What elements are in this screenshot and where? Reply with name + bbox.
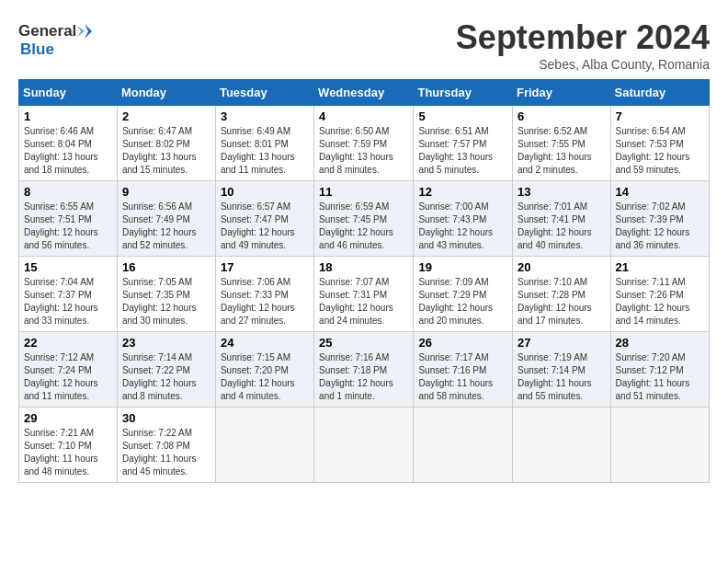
sunset-text: Sunset: 7:53 PM <box>616 139 684 149</box>
day-number: 23 <box>122 336 210 350</box>
table-row: 27 Sunrise: 7:19 AM Sunset: 7:14 PM Dayl… <box>513 332 611 408</box>
calendar-week-row: 1 Sunrise: 6:46 AM Sunset: 8:04 PM Dayli… <box>19 106 710 181</box>
sunset-text: Sunset: 7:37 PM <box>24 290 92 300</box>
col-friday: Friday <box>513 80 611 106</box>
table-row <box>610 408 709 483</box>
day-number: 22 <box>24 336 112 350</box>
day-number: 28 <box>616 336 704 350</box>
sunset-text: Sunset: 7:12 PM <box>616 365 684 375</box>
table-row: 4 Sunrise: 6:50 AM Sunset: 7:59 PM Dayli… <box>314 106 414 181</box>
sunset-text: Sunset: 7:20 PM <box>221 365 289 375</box>
day-number: 19 <box>418 260 507 274</box>
col-wednesday: Wednesday <box>314 80 414 106</box>
logo-icon <box>72 22 92 42</box>
table-row: 7 Sunrise: 6:54 AM Sunset: 7:53 PM Dayli… <box>610 106 709 181</box>
table-row <box>215 408 313 483</box>
day-info: Sunrise: 7:10 AM Sunset: 7:28 PM Dayligh… <box>518 276 606 327</box>
sunset-text: Sunset: 7:39 PM <box>616 214 684 224</box>
day-number: 8 <box>24 185 112 199</box>
daylight-text: Daylight: 13 hours and 11 minutes. <box>221 152 295 175</box>
table-row: 21 Sunrise: 7:11 AM Sunset: 7:26 PM Dayl… <box>610 257 709 332</box>
day-info: Sunrise: 6:49 AM Sunset: 8:01 PM Dayligh… <box>221 125 309 177</box>
col-tuesday: Tuesday <box>215 80 313 106</box>
sunset-text: Sunset: 7:31 PM <box>319 290 387 300</box>
sunset-text: Sunset: 7:10 PM <box>24 441 92 451</box>
table-row: 13 Sunrise: 7:01 AM Sunset: 7:41 PM Dayl… <box>513 181 611 257</box>
sunset-text: Sunset: 7:16 PM <box>418 365 486 375</box>
day-number: 14 <box>616 185 704 199</box>
sunset-text: Sunset: 7:47 PM <box>221 214 289 224</box>
sunrise-text: Sunrise: 7:16 AM <box>319 352 389 362</box>
day-number: 13 <box>518 185 606 199</box>
sunset-text: Sunset: 7:45 PM <box>319 214 387 224</box>
calendar-subtitle: Sebes, Alba County, Romania <box>456 57 710 72</box>
sunrise-text: Sunrise: 7:22 AM <box>122 428 192 438</box>
sunset-text: Sunset: 7:29 PM <box>418 290 486 300</box>
sunrise-text: Sunrise: 7:05 AM <box>122 277 192 287</box>
table-row: 26 Sunrise: 7:17 AM Sunset: 7:16 PM Dayl… <box>414 332 513 408</box>
calendar-week-row: 8 Sunrise: 6:55 AM Sunset: 7:51 PM Dayli… <box>19 181 710 257</box>
day-number: 11 <box>319 185 408 199</box>
day-info: Sunrise: 6:52 AM Sunset: 7:55 PM Dayligh… <box>518 125 606 177</box>
day-info: Sunrise: 7:22 AM Sunset: 7:08 PM Dayligh… <box>122 427 210 478</box>
table-row: 15 Sunrise: 7:04 AM Sunset: 7:37 PM Dayl… <box>19 257 118 332</box>
daylight-text: Daylight: 12 hours and 20 minutes. <box>418 303 493 326</box>
daylight-text: Daylight: 11 hours and 45 minutes. <box>122 454 197 477</box>
table-row <box>314 408 414 483</box>
table-row: 12 Sunrise: 7:00 AM Sunset: 7:43 PM Dayl… <box>414 181 513 257</box>
day-info: Sunrise: 7:19 AM Sunset: 7:14 PM Dayligh… <box>518 351 606 403</box>
sunrise-text: Sunrise: 6:54 AM <box>616 126 686 136</box>
day-info: Sunrise: 6:57 AM Sunset: 7:47 PM Dayligh… <box>221 201 309 252</box>
sunrise-text: Sunrise: 6:51 AM <box>418 126 488 136</box>
day-number: 30 <box>122 411 210 425</box>
day-number: 6 <box>518 109 606 123</box>
sunrise-text: Sunrise: 6:59 AM <box>319 201 389 212</box>
sunrise-text: Sunrise: 6:52 AM <box>518 126 587 136</box>
calendar-week-row: 29 Sunrise: 7:21 AM Sunset: 7:10 PM Dayl… <box>19 408 710 483</box>
sunrise-text: Sunrise: 7:06 AM <box>221 277 290 287</box>
table-row <box>414 408 513 483</box>
daylight-text: Daylight: 12 hours and 1 minute. <box>319 378 393 401</box>
day-info: Sunrise: 7:21 AM Sunset: 7:10 PM Dayligh… <box>24 427 112 478</box>
day-info: Sunrise: 7:00 AM Sunset: 7:43 PM Dayligh… <box>418 201 507 252</box>
day-info: Sunrise: 6:56 AM Sunset: 7:49 PM Dayligh… <box>122 201 210 252</box>
sunset-text: Sunset: 7:49 PM <box>122 214 190 224</box>
day-number: 4 <box>319 109 408 123</box>
day-number: 9 <box>122 185 210 199</box>
table-row: 1 Sunrise: 6:46 AM Sunset: 8:04 PM Dayli… <box>19 106 118 181</box>
table-row: 25 Sunrise: 7:16 AM Sunset: 7:18 PM Dayl… <box>314 332 414 408</box>
daylight-text: Daylight: 12 hours and 27 minutes. <box>221 303 295 326</box>
logo: General Blue <box>18 22 70 55</box>
sunrise-text: Sunrise: 7:20 AM <box>616 352 686 362</box>
daylight-text: Daylight: 12 hours and 59 minutes. <box>616 152 690 175</box>
sunrise-text: Sunrise: 6:55 AM <box>24 201 94 212</box>
day-info: Sunrise: 7:04 AM Sunset: 7:37 PM Dayligh… <box>24 276 112 327</box>
day-info: Sunrise: 7:14 AM Sunset: 7:22 PM Dayligh… <box>122 351 210 403</box>
daylight-text: Daylight: 12 hours and 24 minutes. <box>319 303 393 326</box>
day-info: Sunrise: 7:02 AM Sunset: 7:39 PM Dayligh… <box>616 201 704 252</box>
day-info: Sunrise: 7:11 AM Sunset: 7:26 PM Dayligh… <box>616 276 704 327</box>
sunset-text: Sunset: 7:08 PM <box>122 441 190 451</box>
sunrise-text: Sunrise: 7:14 AM <box>122 352 192 362</box>
day-number: 24 <box>221 336 309 350</box>
day-info: Sunrise: 6:47 AM Sunset: 8:02 PM Dayligh… <box>122 125 210 177</box>
daylight-text: Daylight: 12 hours and 56 minutes. <box>24 227 98 250</box>
daylight-text: Daylight: 12 hours and 17 minutes. <box>518 303 592 326</box>
day-info: Sunrise: 7:16 AM Sunset: 7:18 PM Dayligh… <box>319 351 408 403</box>
table-row: 10 Sunrise: 6:57 AM Sunset: 7:47 PM Dayl… <box>215 181 313 257</box>
sunrise-text: Sunrise: 7:21 AM <box>24 428 94 438</box>
sunrise-text: Sunrise: 7:19 AM <box>518 352 587 362</box>
col-sunday: Sunday <box>19 80 118 106</box>
day-number: 15 <box>24 260 112 274</box>
daylight-text: Daylight: 11 hours and 58 minutes. <box>418 378 493 401</box>
table-row: 8 Sunrise: 6:55 AM Sunset: 7:51 PM Dayli… <box>19 181 118 257</box>
sunrise-text: Sunrise: 7:09 AM <box>418 277 488 287</box>
day-number: 25 <box>319 336 408 350</box>
table-row: 5 Sunrise: 6:51 AM Sunset: 7:57 PM Dayli… <box>414 106 513 181</box>
day-info: Sunrise: 7:12 AM Sunset: 7:24 PM Dayligh… <box>24 351 112 403</box>
day-info: Sunrise: 7:07 AM Sunset: 7:31 PM Dayligh… <box>319 276 408 327</box>
sunset-text: Sunset: 7:18 PM <box>319 365 387 375</box>
daylight-text: Daylight: 12 hours and 30 minutes. <box>122 303 197 326</box>
day-number: 17 <box>221 260 309 274</box>
day-number: 20 <box>518 260 606 274</box>
